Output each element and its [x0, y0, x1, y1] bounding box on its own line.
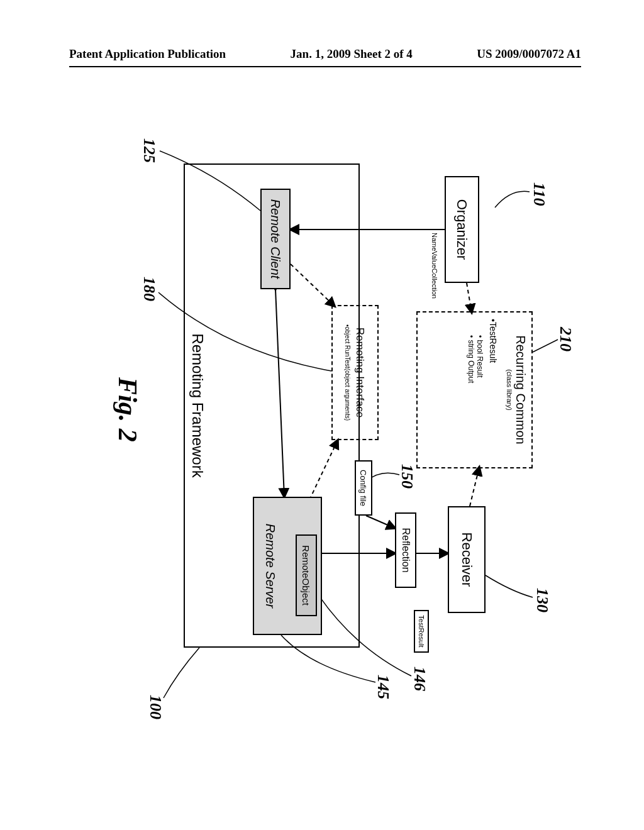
remoting-interface-box: Remoting Interface •object RunTest(objec…: [331, 305, 379, 440]
reflection-box: Reflection: [395, 512, 416, 588]
diagram: Remoting Framework Organizer Receiver Re…: [83, 113, 561, 742]
organizer-box: Organizer: [445, 176, 479, 283]
name-value-collection-label: NameValueCollection: [431, 233, 438, 299]
svg-line-8: [309, 440, 338, 500]
remoting-interface-method: •object RunTest(object arguments): [344, 324, 351, 421]
receiver-box: Receiver: [448, 506, 486, 613]
diagram-container: Remoting Framework Organizer Receiver Re…: [83, 113, 561, 742]
header-left: Patent Application Publication: [69, 47, 226, 61]
svg-line-6: [470, 467, 479, 506]
svg-line-4: [366, 516, 395, 528]
remote-client-box: Remote Client: [260, 189, 291, 289]
connectors-svg: [83, 113, 561, 742]
remote-client-label: Remote Client: [269, 199, 283, 279]
receiver-label: Receiver: [458, 533, 475, 587]
config-file-label: Config file: [359, 470, 369, 506]
header-center: Jan. 1, 2009 Sheet 2 of 4: [291, 47, 413, 61]
testresult-box: TestResult: [414, 610, 429, 653]
svg-line-5: [467, 283, 472, 313]
page: Patent Application Publication Jan. 1, 2…: [0, 0, 644, 830]
svg-line-1: [275, 289, 284, 497]
config-file-box: Config file: [355, 460, 372, 516]
header-right: US 2009/0007072 A1: [477, 47, 581, 61]
remoting-interface-title: Remoting Interface: [354, 328, 366, 418]
organizer-label: Organizer: [454, 199, 470, 260]
remote-object-label: RemoteObject: [301, 545, 312, 606]
reflection-label: Reflection: [400, 528, 411, 572]
svg-line-7: [291, 264, 335, 306]
remote-server-label: Remote Server: [263, 524, 277, 609]
testresult-label-small: TestResult: [418, 615, 425, 647]
page-header: Patent Application Publication Jan. 1, 2…: [69, 47, 581, 67]
remote-object-box: RemoteObject: [296, 534, 317, 616]
